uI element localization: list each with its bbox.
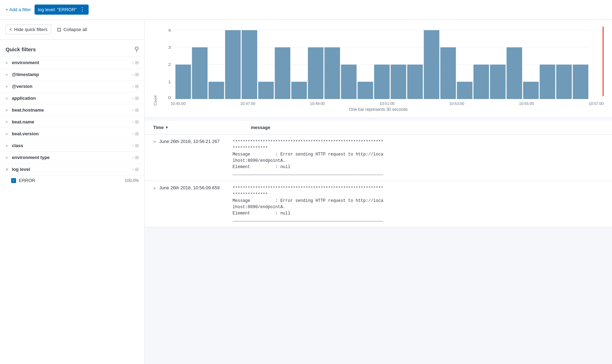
- svg-rect-31: [540, 65, 555, 99]
- filter-item-beat.version[interactable]: > beat.version →⊞: [0, 128, 144, 139]
- svg-rect-18: [324, 47, 340, 99]
- svg-rect-9: [176, 65, 191, 99]
- filter-action-icon: →⊞: [130, 143, 139, 148]
- svg-rect-19: [341, 65, 357, 99]
- filter-item-@version[interactable]: > @version →⊞: [0, 80, 144, 92]
- chevron-right-icon: >: [6, 144, 10, 148]
- filter-item-environment-type[interactable]: > environment type →⊞: [0, 151, 144, 163]
- svg-rect-13: [242, 30, 258, 99]
- filter-tag-label: log level: "ERROR": [38, 7, 77, 12]
- log-message: ****************************************…: [233, 185, 604, 223]
- filter-action-icon: →⊞: [130, 119, 139, 124]
- svg-text:2: 2: [168, 62, 171, 67]
- filter-action-icon: →⊞: [130, 167, 139, 172]
- filter-item-@timestamp[interactable]: > @timestamp →⊞: [0, 68, 144, 80]
- quick-filter-search-button[interactable]: ⚲: [134, 45, 139, 53]
- top-bar: + Add a filter log level: "ERROR" ⋮: [0, 0, 612, 20]
- chevron-down-icon: ∨: [6, 167, 10, 172]
- filter-item-class[interactable]: > class →⊞: [0, 139, 144, 151]
- x-tick-label: 10:45:00: [171, 101, 186, 106]
- log-timestamp: June 26th 2018, 10:56:21.267: [159, 139, 229, 144]
- filter-action-icon: →⊞: [130, 107, 139, 113]
- filter-tag: log level: "ERROR" ⋮: [35, 5, 89, 15]
- svg-rect-21: [374, 65, 390, 99]
- filter-action-icon: →⊞: [130, 60, 139, 65]
- x-tick-label: 10:55:00: [519, 101, 534, 106]
- svg-rect-27: [473, 65, 489, 99]
- x-tick-label: 10:47:00: [240, 101, 255, 106]
- chevron-right-icon: >: [6, 61, 10, 65]
- svg-rect-10: [192, 47, 208, 99]
- add-filter-button[interactable]: + Add a filter: [6, 7, 31, 12]
- filter-item-beat.hostname[interactable]: > beat.hostname →⊞: [0, 104, 144, 116]
- svg-text:4: 4: [168, 28, 171, 33]
- chevron-right-icon: >: [6, 84, 10, 89]
- x-tick-label: 10:57:00: [589, 101, 604, 106]
- search-icon: ⚲: [134, 46, 139, 53]
- filter-action-icon: →⊞: [130, 155, 139, 160]
- hide-filters-label: Hide quick filters: [14, 27, 47, 32]
- filter-list: > environment →⊞ > @timestamp →⊞ > @vers…: [0, 56, 144, 185]
- hide-filters-button[interactable]: < Hide quick filters: [6, 24, 51, 35]
- chevron-left-icon: <: [9, 27, 12, 32]
- chevron-right-icon: >: [6, 108, 10, 112]
- time-column-header[interactable]: Time ▼: [153, 125, 223, 130]
- svg-text:0: 0: [168, 96, 171, 100]
- add-filter-label: + Add a filter: [6, 7, 31, 12]
- svg-rect-11: [209, 82, 224, 99]
- checkbox-error[interactable]: ✓: [11, 178, 16, 183]
- expand-log-button[interactable]: >: [153, 139, 156, 144]
- chart-section: Count 4 3 2 1 0: [145, 20, 612, 118]
- log-rows: > June 26th 2018, 10:56:21.267 *********…: [145, 135, 612, 227]
- svg-text:1: 1: [168, 80, 171, 84]
- log-row-1: > June 26th 2018, 10:56:09.659 *********…: [145, 181, 612, 227]
- content-area: Count 4 3 2 1 0: [145, 20, 612, 364]
- x-tick-label: 10:49:00: [310, 101, 325, 106]
- message-column-header: message: [251, 125, 270, 130]
- chevron-right-icon: >: [6, 96, 10, 100]
- svg-rect-16: [291, 82, 307, 99]
- x-tick-label: 10:53:00: [449, 101, 464, 106]
- results-section: Time ▼ message > June 26th 2018, 10:56:2…: [145, 121, 612, 227]
- collapse-all-button[interactable]: ⊡ Collapse all: [57, 26, 87, 33]
- quick-filters-header: Quick filters ⚲: [0, 40, 144, 56]
- svg-rect-20: [358, 82, 373, 99]
- chart-subtitle: One bar represents 30 seconds: [153, 107, 604, 112]
- filter-action-icon: →⊞: [130, 84, 139, 89]
- svg-rect-32: [556, 65, 572, 99]
- svg-rect-25: [440, 47, 456, 99]
- svg-rect-17: [308, 47, 323, 99]
- chevron-right-icon: >: [6, 73, 10, 77]
- bar-chart: 4 3 2 1 0: [160, 26, 604, 100]
- filter-sub-item-ERROR[interactable]: ✓ ERROR 100.0%: [0, 175, 144, 185]
- x-axis-labels: 10:45:0010:47:0010:49:0010:51:0010:53:00…: [160, 101, 604, 106]
- svg-text:3: 3: [168, 45, 171, 50]
- y-axis-label: Count: [153, 26, 157, 106]
- expand-log-button[interactable]: >: [153, 185, 156, 191]
- log-row-0: > June 26th 2018, 10:56:21.267 *********…: [145, 135, 612, 181]
- svg-rect-24: [424, 30, 440, 99]
- chevron-right-icon: >: [6, 132, 10, 136]
- red-line-marker: [603, 26, 604, 96]
- filter-item-log-level[interactable]: ∨ log level →⊞: [0, 163, 144, 175]
- x-tick-label: 10:51:00: [380, 101, 395, 106]
- log-timestamp: June 26th 2018, 10:56:09.659: [159, 185, 229, 190]
- filter-tag-menu-icon[interactable]: ⋮: [80, 6, 85, 13]
- filter-item-environment[interactable]: > environment →⊞: [0, 56, 144, 68]
- svg-rect-23: [407, 65, 423, 99]
- sidebar: < Hide quick filters ⊡ Collapse all Quic…: [0, 20, 145, 364]
- sidebar-header: < Hide quick filters ⊡ Collapse all: [0, 20, 144, 40]
- svg-rect-29: [507, 47, 522, 99]
- results-header: Time ▼ message: [145, 121, 612, 135]
- main-layout: < Hide quick filters ⊡ Collapse all Quic…: [0, 20, 612, 364]
- quick-filters-title: Quick filters: [6, 46, 36, 52]
- svg-rect-12: [225, 30, 241, 99]
- collapse-all-label: Collapse all: [64, 27, 87, 32]
- filter-item-beat.name[interactable]: > beat.name →⊞: [0, 116, 144, 128]
- svg-rect-33: [573, 65, 589, 99]
- svg-rect-30: [523, 82, 539, 99]
- filter-item-application[interactable]: > application →⊞: [0, 92, 144, 104]
- chevron-right-icon: >: [6, 156, 10, 160]
- svg-rect-15: [275, 47, 290, 99]
- chevron-right-icon: >: [6, 120, 10, 124]
